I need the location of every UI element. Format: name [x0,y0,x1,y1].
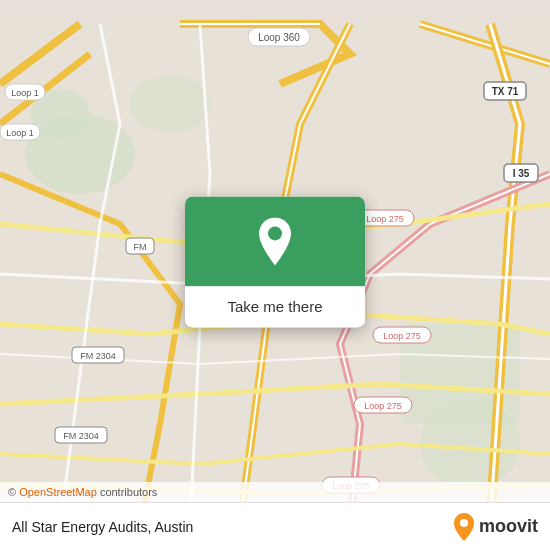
moovit-logo: moovit [453,513,538,541]
tooltip-header [185,196,365,286]
svg-text:Loop 275: Loop 275 [383,331,421,341]
svg-text:FM: FM [134,242,147,252]
svg-text:Loop 360: Loop 360 [258,32,300,43]
svg-text:Loop 275: Loop 275 [366,214,404,224]
svg-text:I 35: I 35 [513,168,530,179]
location-title: All Star Energy Audits, Austin [12,519,193,535]
attribution-text: © OpenStreetMap contributors [8,486,157,498]
attribution-bar: © OpenStreetMap contributors [0,482,550,502]
location-pin-icon [256,217,294,265]
svg-text:Loop 275: Loop 275 [364,401,402,411]
take-me-there-button[interactable]: Take me there [185,286,365,327]
svg-text:Loop 1: Loop 1 [11,88,39,98]
svg-point-32 [460,519,468,527]
moovit-brand-name: moovit [479,516,538,537]
svg-text:TX 71: TX 71 [492,86,519,97]
svg-text:Loop 1: Loop 1 [6,128,34,138]
svg-text:FM 2304: FM 2304 [63,431,99,441]
map-container: Loop 360 Loop 1 Loop 1 TX 71 I 35 Loop 2… [0,0,550,550]
moovit-pin-icon [453,513,475,541]
bottom-bar: All Star Energy Audits, Austin moovit [0,502,550,550]
tooltip-card: Take me there [185,196,365,327]
svg-text:FM 2304: FM 2304 [80,351,116,361]
svg-point-31 [268,226,282,240]
